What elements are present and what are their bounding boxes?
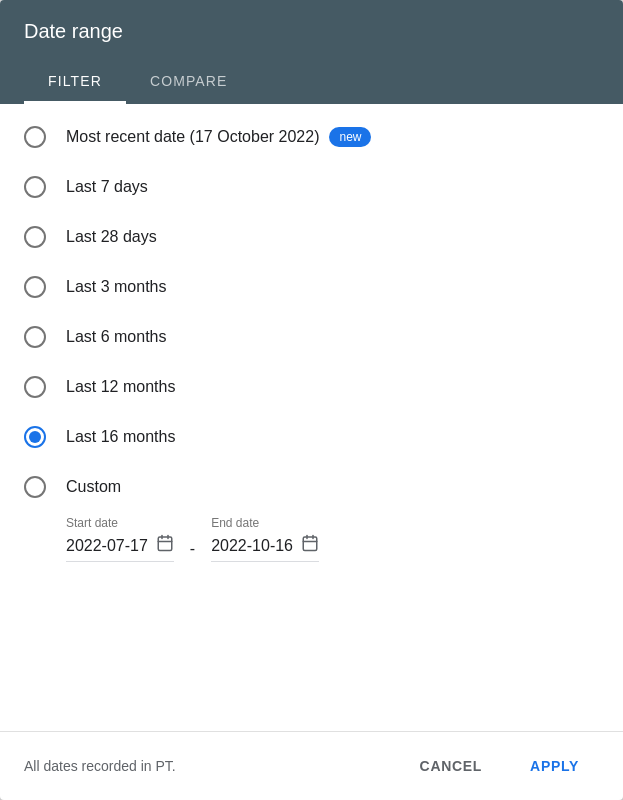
option-last-7-label: Last 7 days (66, 178, 148, 196)
option-last-3m-label: Last 3 months (66, 278, 167, 296)
radio-last-12m (24, 376, 46, 398)
dialog-header: Date range FILTER COMPARE (0, 0, 623, 104)
radio-last-28 (24, 226, 46, 248)
start-date-field: Start date 2022-07-17 (66, 516, 174, 562)
radio-most-recent (24, 126, 46, 148)
cancel-button[interactable]: CANCEL (400, 748, 503, 784)
radio-last-7 (24, 176, 46, 198)
end-date-label: End date (211, 516, 319, 530)
option-custom-label: Custom (66, 478, 121, 496)
option-last-16m-label: Last 16 months (66, 428, 175, 446)
option-most-recent[interactable]: Most recent date (17 October 2022) new (0, 112, 623, 162)
option-last-12m-label: Last 12 months (66, 378, 175, 396)
end-date-input-row: 2022-10-16 (211, 534, 319, 562)
radio-last-6m (24, 326, 46, 348)
end-date-field: End date 2022-10-16 (211, 516, 319, 562)
option-last-6m-label: Last 6 months (66, 328, 167, 346)
dialog-body: Most recent date (17 October 2022) new L… (0, 104, 623, 731)
option-custom[interactable]: Custom (0, 462, 623, 512)
start-date-label: Start date (66, 516, 174, 530)
radio-custom (24, 476, 46, 498)
footer-actions: CANCEL APPLY (400, 748, 599, 784)
end-calendar-icon[interactable] (301, 534, 319, 557)
radio-last-16m (24, 426, 46, 448)
option-last-28[interactable]: Last 28 days (0, 212, 623, 262)
option-last-16m[interactable]: Last 16 months (0, 412, 623, 462)
option-last-12m[interactable]: Last 12 months (0, 362, 623, 412)
option-last-3m[interactable]: Last 3 months (0, 262, 623, 312)
start-date-input-row: 2022-07-17 (66, 534, 174, 562)
custom-dates-section: Start date 2022-07-17 - End date (0, 512, 623, 578)
tab-compare[interactable]: COMPARE (126, 61, 252, 104)
svg-rect-0 (158, 537, 172, 551)
tab-filter[interactable]: FILTER (24, 61, 126, 104)
start-calendar-icon[interactable] (156, 534, 174, 557)
apply-button[interactable]: APPLY (510, 748, 599, 784)
end-date-value[interactable]: 2022-10-16 (211, 537, 293, 555)
tabs-container: FILTER COMPARE (24, 61, 599, 104)
date-separator: - (190, 540, 195, 558)
start-date-value[interactable]: 2022-07-17 (66, 537, 148, 555)
new-badge: new (329, 127, 371, 147)
dialog-title: Date range (24, 20, 599, 43)
footer-note: All dates recorded in PT. (24, 758, 176, 774)
date-range-dialog: Date range FILTER COMPARE Most recent da… (0, 0, 623, 800)
dialog-footer: All dates recorded in PT. CANCEL APPLY (0, 731, 623, 800)
radio-last-3m (24, 276, 46, 298)
option-most-recent-label: Most recent date (17 October 2022) (66, 128, 319, 146)
option-last-28-label: Last 28 days (66, 228, 157, 246)
option-last-6m[interactable]: Last 6 months (0, 312, 623, 362)
svg-rect-4 (303, 537, 317, 551)
option-last-7[interactable]: Last 7 days (0, 162, 623, 212)
